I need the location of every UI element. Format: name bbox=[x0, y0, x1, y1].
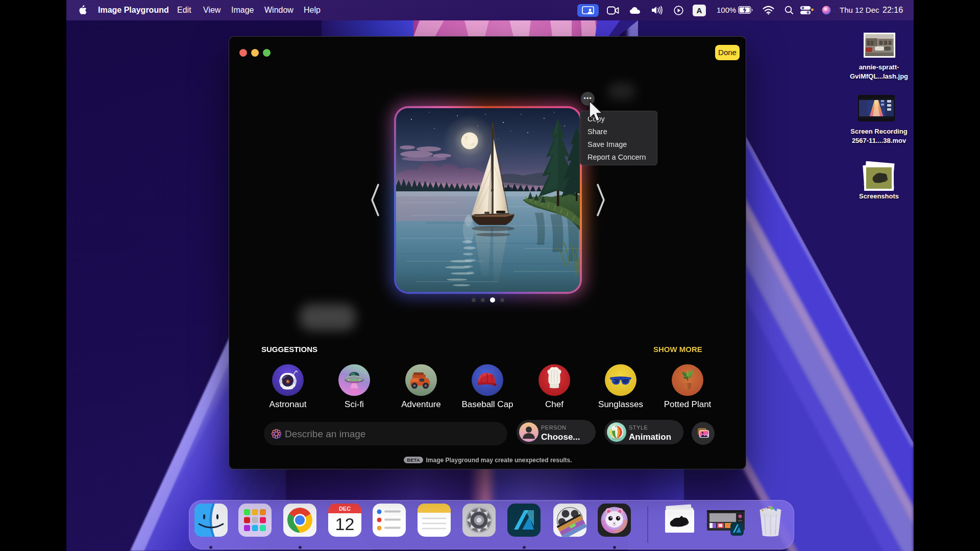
svg-text:12: 12 bbox=[335, 514, 355, 534]
svg-text:DEC: DEC bbox=[339, 506, 351, 512]
